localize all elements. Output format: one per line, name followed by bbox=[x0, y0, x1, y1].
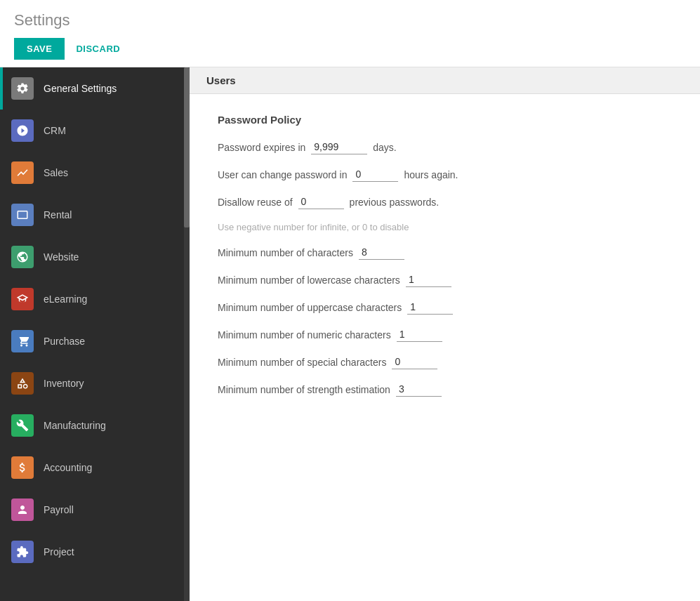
sidebar-item-label-general-settings: General Settings bbox=[44, 83, 117, 94]
elearning-icon bbox=[11, 288, 34, 310]
form-group-min-characters: Minimum number of characters bbox=[218, 245, 672, 260]
payroll-icon bbox=[11, 498, 34, 521]
sidebar-item-label-accounting: Accounting bbox=[44, 462, 92, 473]
form-group-password-expires: Password expires in days. bbox=[218, 140, 672, 154]
save-button[interactable]: SAVE bbox=[14, 38, 65, 60]
suffix-disallow-reuse: previous passwords. bbox=[350, 197, 440, 208]
input-min-special[interactable] bbox=[392, 355, 437, 369]
inventory-icon bbox=[11, 372, 34, 395]
sidebar-item-sales[interactable]: Sales bbox=[0, 152, 190, 194]
main-layout: General Settings CRM Sales Rental Websit… bbox=[0, 67, 700, 601]
sidebar-item-general-settings[interactable]: General Settings bbox=[0, 67, 190, 110]
sidebar-item-website[interactable]: Website bbox=[0, 236, 190, 278]
project-icon bbox=[11, 541, 34, 563]
sidebar-item-label-elearning: eLearning bbox=[44, 293, 87, 305]
sidebar-item-payroll[interactable]: Payroll bbox=[0, 489, 190, 531]
suffix-password-expires: days. bbox=[373, 142, 396, 153]
form-group-min-uppercase: Minimum number of uppercase characters bbox=[218, 300, 672, 315]
label-min-lowercase: Minimum number of lowercase characters bbox=[218, 275, 400, 286]
input-min-uppercase[interactable] bbox=[407, 300, 453, 315]
discard-button[interactable]: DISCARD bbox=[76, 44, 120, 54]
website-icon bbox=[11, 246, 34, 268]
sidebar-item-crm[interactable]: CRM bbox=[0, 110, 190, 152]
sidebar-item-elearning[interactable]: eLearning bbox=[0, 278, 190, 320]
helper-disallow-reuse: Use negative number for infinite, or 0 t… bbox=[218, 222, 672, 232]
sidebar-item-label-sales: Sales bbox=[44, 167, 68, 178]
general-settings-icon bbox=[11, 77, 34, 100]
sidebar-item-label-rental: Rental bbox=[44, 209, 72, 220]
input-password-change-hours[interactable] bbox=[352, 167, 398, 182]
main-content: Users Password Policy Password expires i… bbox=[190, 67, 700, 601]
crm-icon bbox=[11, 119, 34, 142]
page-title: Settings bbox=[14, 11, 686, 29]
sidebar-item-label-manufacturing: Manufacturing bbox=[44, 420, 106, 431]
suffix-password-change-hours: hours again. bbox=[404, 169, 458, 180]
label-min-special: Minimum number of special characters bbox=[218, 357, 386, 368]
manufacturing-icon bbox=[11, 414, 34, 437]
input-min-lowercase[interactable] bbox=[406, 272, 451, 287]
form-group-disallow-reuse: Disallow reuse of previous passwords. bbox=[218, 194, 672, 209]
sidebar-item-label-inventory: Inventory bbox=[44, 378, 84, 389]
label-password-change-hours: User can change password in bbox=[218, 169, 347, 180]
sidebar-item-label-crm: CRM bbox=[44, 125, 66, 136]
sidebar-item-inventory[interactable]: Inventory bbox=[0, 362, 190, 404]
input-password-expires[interactable] bbox=[311, 140, 367, 154]
sidebar-item-label-website: Website bbox=[44, 251, 79, 263]
form-group-min-strength: Minimum number of strength estimation bbox=[218, 382, 672, 397]
sidebar-item-purchase[interactable]: Purchase bbox=[0, 320, 190, 362]
section-title: Password Policy bbox=[218, 114, 672, 126]
content-header: Users bbox=[190, 67, 700, 94]
sidebar-scrollbar[interactable] bbox=[184, 67, 190, 601]
top-bar: Settings SAVE DISCARD bbox=[0, 0, 700, 67]
input-min-characters[interactable] bbox=[359, 245, 404, 260]
purchase-icon bbox=[11, 330, 34, 352]
label-password-expires: Password expires in bbox=[218, 142, 305, 153]
label-min-numeric: Minimum number of numeric characters bbox=[218, 329, 391, 341]
label-min-strength: Minimum number of strength estimation bbox=[218, 384, 390, 395]
sidebar-item-rental[interactable]: Rental bbox=[0, 194, 190, 236]
sidebar: General Settings CRM Sales Rental Websit… bbox=[0, 67, 190, 601]
input-disallow-reuse[interactable] bbox=[298, 194, 344, 209]
form-group-password-change-hours: User can change password in hours again. bbox=[218, 167, 672, 182]
sidebar-item-accounting[interactable]: Accounting bbox=[0, 447, 190, 489]
form-group-min-special: Minimum number of special characters bbox=[218, 355, 672, 369]
sidebar-item-manufacturing[interactable]: Manufacturing bbox=[0, 404, 190, 447]
label-disallow-reuse: Disallow reuse of bbox=[218, 197, 293, 208]
form-group-min-numeric: Minimum number of numeric characters bbox=[218, 327, 672, 342]
content-body: Password Policy Password expires in days… bbox=[190, 94, 700, 601]
form-group-min-lowercase: Minimum number of lowercase characters bbox=[218, 272, 672, 287]
label-min-characters: Minimum number of characters bbox=[218, 247, 353, 258]
sidebar-item-label-payroll: Payroll bbox=[44, 504, 74, 515]
sales-icon bbox=[11, 161, 34, 184]
label-min-uppercase: Minimum number of uppercase characters bbox=[218, 302, 402, 313]
sidebar-item-label-project: Project bbox=[44, 546, 74, 557]
accounting-icon bbox=[11, 456, 34, 479]
rental-icon bbox=[11, 204, 34, 226]
sidebar-item-project[interactable]: Project bbox=[0, 531, 190, 573]
sidebar-item-label-purchase: Purchase bbox=[44, 336, 85, 347]
top-bar-actions: SAVE DISCARD bbox=[14, 38, 686, 60]
input-min-numeric[interactable] bbox=[397, 327, 442, 342]
input-min-strength[interactable] bbox=[396, 382, 442, 397]
